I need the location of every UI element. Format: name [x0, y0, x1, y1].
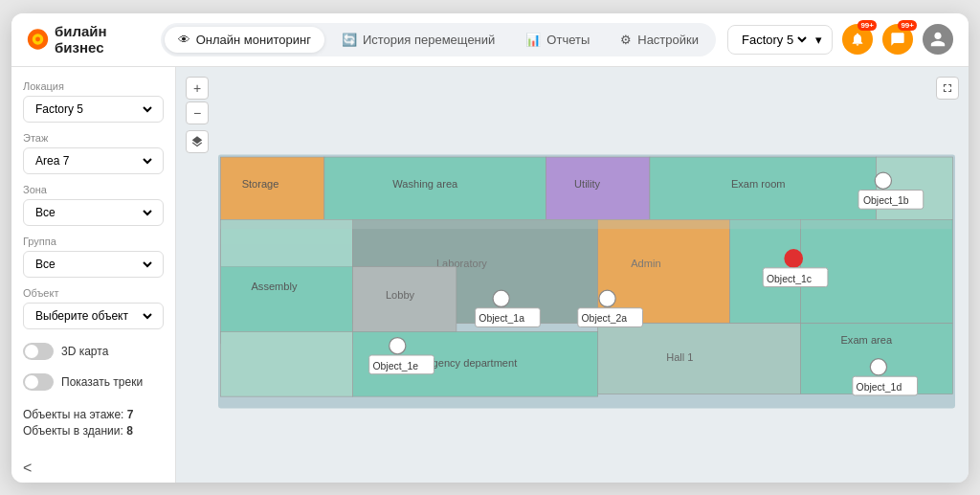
- expand-button[interactable]: [936, 77, 959, 100]
- svg-text:Assembly: Assembly: [251, 281, 297, 292]
- svg-text:Washing area: Washing area: [392, 178, 458, 190]
- object-field: Объект Выберите объект: [23, 287, 164, 329]
- map-controls: + −: [186, 77, 209, 153]
- floor-field: Этаж Area 7: [23, 132, 164, 174]
- factory-selector[interactable]: Factory 5 Factory 1 Factory 2 Factory 3 …: [727, 25, 833, 55]
- zoom-in-button[interactable]: +: [186, 77, 209, 100]
- svg-text:Utility: Utility: [574, 178, 601, 190]
- logo-icon: [27, 26, 49, 53]
- svg-point-38: [493, 290, 509, 306]
- tab-history[interactable]: 🔄 История перемещений: [328, 27, 508, 53]
- main-content: Локация Factory 5 Этаж Area 7 Зона: [11, 67, 969, 483]
- group-label: Группа: [23, 236, 164, 247]
- history-icon: 🔄: [342, 33, 357, 47]
- sidebar-bottom: <: [23, 450, 164, 477]
- chat-badge: 99+: [898, 20, 917, 31]
- svg-point-44: [390, 337, 406, 353]
- zone-label: Зона: [23, 184, 164, 195]
- tab-settings[interactable]: ⚙ Настройки: [607, 27, 712, 53]
- chat-button[interactable]: 99+: [882, 24, 913, 55]
- location-label: Локация: [23, 80, 164, 92]
- location-field: Локация Factory 5: [23, 80, 164, 123]
- svg-text:Object_1d: Object_1d: [857, 381, 902, 392]
- expand-icon: [941, 81, 954, 95]
- layers-icon: [190, 135, 204, 148]
- object-label: Объект: [23, 287, 164, 299]
- svg-rect-30: [220, 331, 352, 396]
- svg-point-35: [784, 249, 803, 268]
- settings-icon: ⚙: [620, 33, 632, 47]
- header: билайн бизнес 👁 Онлайн мониторинг 🔄 Исто…: [11, 13, 969, 67]
- bell-button[interactable]: 99+: [842, 24, 873, 55]
- location-dropdown[interactable]: Factory 5: [32, 101, 155, 117]
- svg-point-2: [35, 37, 40, 42]
- svg-text:Exam area: Exam area: [840, 333, 892, 345]
- svg-text:Exam room: Exam room: [731, 178, 786, 190]
- logo: билайн бизнес: [27, 23, 142, 56]
- logo-text: билайн бизнес: [55, 23, 142, 56]
- toggle-tracks[interactable]: [23, 373, 54, 391]
- map-area: + −: [176, 67, 969, 483]
- floor-dropdown[interactable]: Area 7: [32, 153, 155, 169]
- layers-button[interactable]: [186, 130, 209, 153]
- avatar-button[interactable]: [923, 24, 953, 55]
- sidebar: Локация Factory 5 Этаж Area 7 Зона: [11, 67, 176, 483]
- floor-plan: Storage Washing area Utility Exam room A…: [218, 94, 955, 469]
- stat-floor-line: Объекты на этаже: 7: [23, 408, 164, 421]
- object-select[interactable]: Выберите объект: [23, 303, 164, 329]
- back-button[interactable]: <: [23, 460, 32, 477]
- svg-rect-31: [220, 219, 951, 229]
- nav-tabs: 👁 Онлайн мониторинг 🔄 История перемещени…: [161, 23, 716, 56]
- group-field: Группа Все: [23, 236, 164, 278]
- toggle-3d-row: 3D карта: [23, 343, 164, 360]
- stats-block: Объекты на этаже: 7 Объекты в здании: 8: [23, 408, 164, 440]
- tab-monitoring[interactable]: 👁 Онлайн мониторинг: [165, 27, 324, 53]
- svg-text:Lobby: Lobby: [386, 288, 415, 300]
- svg-text:Object_1a: Object_1a: [479, 313, 524, 324]
- location-select[interactable]: Factory 5: [23, 96, 164, 123]
- tab-reports[interactable]: 📊 Отчеты: [512, 27, 603, 53]
- svg-text:Object_2a: Object_2a: [581, 313, 627, 324]
- factory-dropdown[interactable]: Factory 5 Factory 1 Factory 2 Factory 3 …: [738, 32, 810, 48]
- stat-building-line: Объекты в здании: 8: [23, 424, 164, 438]
- bell-icon: [850, 32, 865, 47]
- group-select[interactable]: Все: [23, 251, 164, 278]
- svg-rect-24: [598, 323, 801, 394]
- svg-point-47: [870, 358, 886, 374]
- svg-text:Storage: Storage: [242, 178, 279, 190]
- factory-chevron-icon: ▾: [815, 33, 822, 47]
- svg-text:Object_1e: Object_1e: [372, 360, 418, 371]
- zone-field: Зона Все: [23, 184, 164, 226]
- svg-text:Admin: Admin: [631, 257, 660, 268]
- group-dropdown[interactable]: Все: [32, 257, 155, 272]
- chat-icon: [890, 32, 905, 47]
- svg-text:Object_1b: Object_1b: [863, 195, 909, 206]
- bell-badge: 99+: [858, 20, 877, 31]
- object-dropdown[interactable]: Выберите объект: [32, 308, 155, 324]
- floor-select[interactable]: Area 7: [23, 147, 164, 174]
- svg-text:Object_1c: Object_1c: [767, 273, 812, 283]
- svg-point-41: [599, 290, 615, 306]
- toggle-3d[interactable]: [23, 343, 54, 360]
- svg-point-32: [875, 172, 891, 189]
- zone-select[interactable]: Все: [23, 199, 164, 226]
- app-window: билайн бизнес 👁 Онлайн мониторинг 🔄 Исто…: [11, 13, 969, 483]
- zone-dropdown[interactable]: Все: [32, 205, 155, 220]
- floor-label: Этаж: [23, 132, 164, 144]
- toggle-3d-label: 3D карта: [61, 345, 108, 358]
- floor-plan-svg[interactable]: Storage Washing area Utility Exam room A…: [218, 94, 955, 469]
- toggle-tracks-label: Показать треки: [61, 375, 143, 389]
- zoom-out-button[interactable]: −: [186, 101, 209, 124]
- svg-text:Hall 1: Hall 1: [666, 351, 693, 363]
- monitoring-icon: 👁: [178, 33, 190, 47]
- svg-rect-12: [876, 157, 952, 219]
- header-right: Factory 5 Factory 1 Factory 2 Factory 3 …: [727, 24, 953, 55]
- toggle-tracks-row: Показать треки: [23, 373, 164, 391]
- reports-icon: 📊: [525, 33, 541, 47]
- avatar-icon: [929, 31, 947, 48]
